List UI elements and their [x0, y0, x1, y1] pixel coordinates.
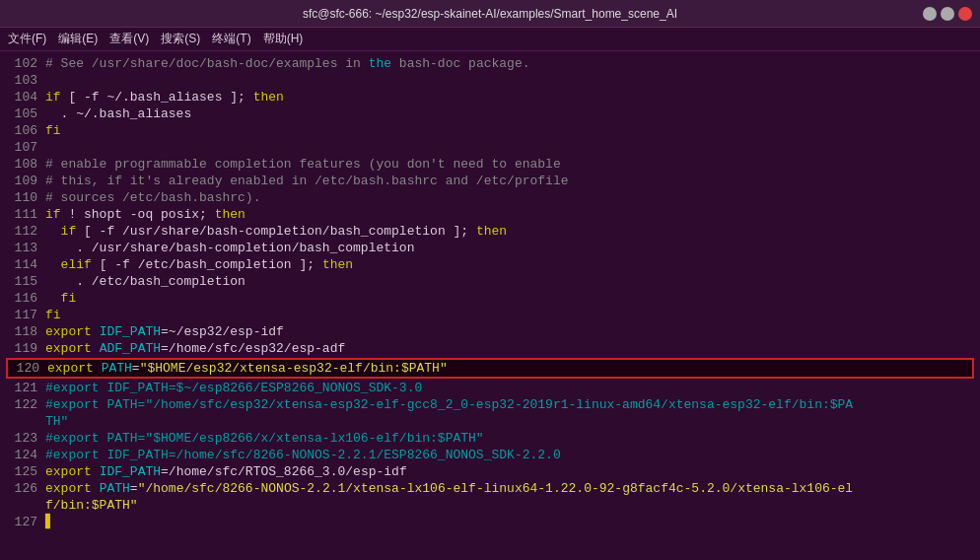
minimize-button[interactable]	[923, 7, 937, 21]
window: sfc@sfc-666: ~/esp32/esp-skainet-AI/exam…	[0, 0, 980, 560]
line-row: 114 elif [ -f /etc/bash_completion ]; th…	[6, 256, 974, 273]
line-row: 115 . /etc/bash_completion	[6, 273, 974, 290]
line-row: 126 export PATH="/home/sfc/8266-NONOS-2.…	[6, 480, 974, 497]
title-bar: sfc@sfc-666: ~/esp32/esp-skainet-AI/exam…	[0, 0, 980, 28]
line-row: 111 if ! shopt -oq posix; then	[6, 206, 974, 223]
menu-edit[interactable]: 编辑(E)	[58, 31, 98, 47]
line-row: 103	[6, 72, 974, 89]
line-row: 107	[6, 139, 974, 156]
line-row: 122 #export PATH="/home/sfc/esp32/xtensa…	[6, 396, 974, 413]
menu-file[interactable]: 文件(F)	[8, 31, 46, 47]
menu-bar: 文件(F) 编辑(E) 查看(V) 搜索(S) 终端(T) 帮助(H)	[0, 28, 980, 51]
line-row: 117 fi	[6, 307, 974, 323]
line-row: 105 . ~/.bash_aliases	[6, 105, 974, 122]
line-row: 121 #export IDF_PATH=$~/esp8266/ESP8266_…	[6, 380, 974, 396]
menu-terminal[interactable]: 终端(T)	[212, 31, 250, 47]
terminal-content: 102 # See /usr/share/doc/bash-doc/exampl…	[0, 51, 980, 560]
line-row: 106 fi	[6, 122, 974, 139]
line-row: 102 # See /usr/share/doc/bash-doc/exampl…	[6, 55, 974, 72]
maximize-button[interactable]	[941, 7, 954, 21]
window-controls[interactable]	[923, 7, 972, 21]
window-title: sfc@sfc-666: ~/esp32/esp-skainet-AI/exam…	[57, 7, 923, 21]
line-row: 109 # this, if it's already enabled in /…	[6, 173, 974, 189]
line-row: 123 #export PATH="$HOME/esp8266/x/xtensa…	[6, 430, 974, 447]
line-row: 110 # sources /etc/bash.bashrc).	[6, 189, 974, 206]
line-row: 124 #export IDF_PATH=/home/sfc/8266-NONO…	[6, 447, 974, 463]
line-row: 127 ▋	[6, 514, 974, 530]
line-row: 112 if [ -f /usr/share/bash-completion/b…	[6, 223, 974, 240]
line-row-continuation: 122 TH"	[6, 413, 974, 430]
line-row-continuation: 126 f/bin:$PATH"	[6, 497, 974, 514]
line-row: 125 export IDF_PATH=/home/sfc/RTOS_8266_…	[6, 463, 974, 480]
close-button[interactable]	[958, 7, 972, 21]
line-120-highlighted: 120 export PATH="$HOME/esp32/xtensa-esp3…	[6, 358, 974, 379]
line-row: 104 if [ -f ~/.bash_aliases ]; then	[6, 89, 974, 105]
line-row: 113 . /usr/share/bash-completion/bash_co…	[6, 240, 974, 256]
line-row: 118 export IDF_PATH=~/esp32/esp-idf	[6, 323, 974, 340]
menu-view[interactable]: 查看(V)	[109, 31, 149, 47]
menu-search[interactable]: 搜索(S)	[161, 31, 200, 47]
line-row: 119 export ADF_PATH=/home/sfc/esp32/esp-…	[6, 340, 974, 357]
line-row: 116 fi	[6, 290, 974, 307]
menu-help[interactable]: 帮助(H)	[263, 31, 304, 47]
line-row: 108 # enable programmable completion fea…	[6, 156, 974, 173]
